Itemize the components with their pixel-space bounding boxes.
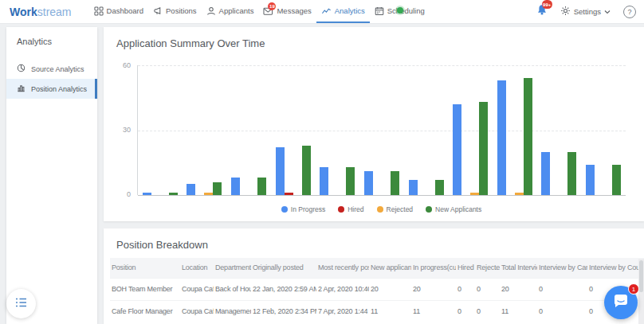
bar-in-progress[interactable] — [541, 152, 550, 195]
breakdown-table-wrap: PositionLocationDepartmentOriginally pos… — [110, 258, 644, 322]
bar-new-applicants[interactable] — [524, 78, 532, 195]
column-header: Interview by Coupa Sup — [587, 258, 644, 278]
bar-new-applicants[interactable] — [213, 182, 222, 195]
nav-item-label: Dashboard — [107, 6, 143, 15]
table-cell: 12 Feb, 2020 2:34 PM — [251, 300, 316, 322]
bar-in-progress[interactable] — [187, 184, 195, 195]
sidebar-item-position-analytics[interactable]: Position Analytics — [6, 79, 97, 99]
table-header-row: PositionLocationDepartmentOriginally pos… — [110, 258, 644, 278]
nav-item-analytics[interactable]: Analytics — [316, 0, 370, 23]
table-cell: 20 — [500, 278, 537, 300]
new-applicants-dot — [426, 206, 432, 213]
sidebar-item-label: Source Analytics — [31, 65, 84, 73]
sidebar-item-label: Position Analytics — [31, 85, 87, 93]
column-header: In progress(current) — [411, 258, 456, 278]
bar-new-applicants[interactable] — [169, 193, 178, 195]
person-icon — [206, 6, 216, 16]
logo-bold-text: Work — [10, 6, 37, 18]
chat-unread-badge: 1 — [628, 283, 639, 295]
position-breakdown-table: PositionLocationDepartmentOriginally pos… — [110, 258, 644, 322]
bar-new-applicants[interactable] — [567, 152, 576, 195]
chart-line-icon — [321, 6, 332, 16]
bar-new-applicants[interactable] — [612, 165, 621, 195]
legend-label: Hired — [348, 205, 363, 213]
y-axis-tick-0: 0 — [120, 190, 131, 198]
settings-label: Settings — [574, 7, 601, 16]
notifications-button[interactable]: 99+ — [536, 4, 548, 19]
scheduling-new-beacon — [397, 7, 403, 14]
bar-in-progress[interactable] — [364, 171, 373, 195]
nav-item-label: Analytics — [335, 6, 365, 15]
bar-hired[interactable] — [285, 193, 293, 195]
y-axis-tick-30: 30 — [120, 126, 131, 134]
bar-group — [231, 65, 266, 195]
table-row[interactable]: Cafe Floor ManagerCoupa CafeManagement12… — [110, 300, 644, 322]
nav-item-messages[interactable]: Messages 19 — [258, 0, 316, 23]
nav-item-label: Applicants — [219, 6, 254, 15]
table-scrollbar[interactable] — [638, 259, 644, 324]
bar-in-progress[interactable] — [453, 104, 461, 195]
table-cell: Coupa Cafe — [180, 278, 214, 300]
legend-label: New Applicants — [435, 205, 481, 213]
legend-item-new-applicants[interactable]: New Applicants — [426, 205, 481, 213]
bar-new-applicants[interactable] — [257, 178, 266, 195]
table-cell: 20 — [369, 278, 411, 300]
bar-new-applicants[interactable] — [435, 180, 444, 195]
column-header: Most recently posted — [316, 258, 369, 278]
bar-new-applicants[interactable] — [302, 146, 311, 196]
nav-item-applicants[interactable]: Applicants — [202, 0, 259, 23]
table-row[interactable]: BOH Team MemberCoupa CafeBack of House22… — [110, 278, 644, 300]
bar-in-progress[interactable] — [276, 147, 285, 195]
bar-in-progress[interactable] — [143, 193, 151, 195]
application-summary-card: Application Summary Over Time 60 30 0 In… — [104, 27, 644, 221]
table-cell: 0 — [475, 300, 500, 322]
table-cell: 22 Jan, 2020 2:59 AM — [251, 278, 316, 300]
bar-rejected[interactable] — [470, 193, 479, 195]
bar-in-progress[interactable] — [231, 178, 240, 195]
table-cell: 0 — [456, 300, 475, 322]
help-button[interactable]: ? — [623, 6, 636, 18]
top-navigation: Workstream Dashboard Positions Applicant… — [0, 0, 644, 24]
chat-widget-button[interactable]: 1 — [604, 286, 638, 319]
bar-group — [409, 65, 444, 195]
nav-right-section: 99+ Settings ? — [536, 0, 636, 23]
pie-chart-icon — [17, 64, 26, 74]
table-cell: Cafe Floor Manager — [110, 300, 180, 322]
bar-rejected[interactable] — [515, 193, 524, 195]
hired-dot — [338, 206, 344, 213]
bar-group — [497, 65, 532, 195]
bar-new-applicants[interactable] — [479, 102, 488, 195]
legend-item-hired[interactable]: Hired — [338, 205, 363, 213]
bar-in-progress[interactable] — [409, 180, 418, 195]
y-axis-tick-60: 60 — [120, 61, 131, 69]
nav-item-scheduling[interactable]: Scheduling — [370, 0, 430, 23]
settings-menu[interactable]: Settings — [560, 6, 611, 18]
chat-bubble-icon — [613, 294, 629, 312]
sidebar-item-source-analytics[interactable]: Source Analytics — [6, 59, 97, 79]
table-cell: 7 Apr, 2020 1:44 AM — [316, 300, 369, 322]
table-cell: BOH Team Member — [110, 278, 180, 300]
bar-rejected[interactable] — [204, 193, 213, 195]
nav-item-dashboard[interactable]: Dashboard — [89, 0, 148, 23]
column-header: New applicants — [369, 258, 411, 278]
sidebar-title: Analytics — [6, 27, 97, 46]
legend-item-rejected[interactable]: Rejected — [377, 205, 414, 213]
bar-in-progress[interactable] — [497, 80, 506, 195]
legend-item-in-progress[interactable]: In Progress — [281, 205, 325, 213]
table-cell: 0 — [475, 278, 500, 300]
notifications-count-badge: 99+ — [542, 0, 552, 9]
table-cell: 0 — [456, 278, 475, 300]
bar-new-applicants[interactable] — [346, 167, 355, 195]
table-cell: Coupa Cafe — [180, 300, 214, 322]
in-progress-dot — [281, 206, 288, 213]
bar-new-applicants[interactable] — [391, 171, 399, 195]
nav-item-label: Scheduling — [387, 6, 425, 15]
scrollbar-thumb[interactable] — [639, 260, 643, 292]
bar-group — [187, 65, 222, 195]
logo-light-text: stream — [37, 6, 72, 18]
bar-in-progress[interactable] — [320, 167, 328, 195]
quick-list-button[interactable] — [6, 289, 36, 318]
bar-in-progress[interactable] — [586, 165, 595, 195]
nav-item-positions[interactable]: Positions — [148, 0, 202, 23]
workstream-logo[interactable]: Workstream — [10, 0, 72, 23]
